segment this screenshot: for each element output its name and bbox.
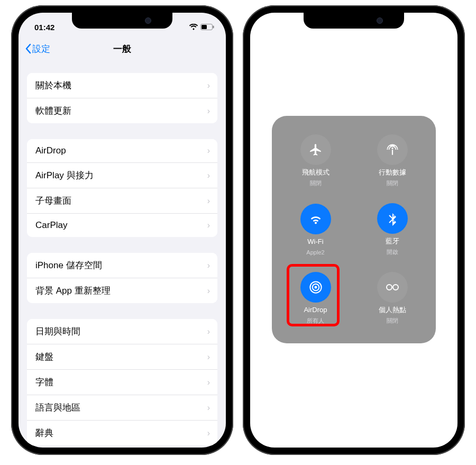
row-bg-refresh[interactable]: 背景 App 重新整理› [27, 278, 217, 303]
cc-label: 藍牙 [386, 237, 399, 245]
back-button[interactable]: 設定 [25, 43, 50, 55]
settings-group: iPhone 儲存空間› 背景 App 重新整理› [27, 253, 217, 303]
row-label: 日期與時間 [35, 325, 80, 338]
row-label: iPhone 儲存空間 [35, 259, 102, 271]
row-label: 字體 [35, 376, 53, 388]
cc-sublabel: Apple2 [306, 249, 324, 256]
settings-group: AirDrop› AirPlay 與接力› 子母畫面› CarPlay› [27, 139, 217, 237]
settings-group: 關於本機› 軟體更新› [27, 73, 217, 123]
row-label: 鍵盤 [35, 351, 53, 363]
svg-rect-1 [202, 25, 207, 29]
row-language[interactable]: 語言與地區› [27, 395, 217, 421]
cc-bluetooth[interactable]: 藍牙 開啟 [354, 195, 431, 264]
chevron-right-icon: › [207, 327, 210, 336]
svg-point-3 [314, 286, 317, 288]
row-fonts[interactable]: 字體› [27, 370, 217, 395]
phone-mockup-control-center: 飛航模式 關閉 行動數據 關閉 Wi-Fi Apple2 [243, 5, 465, 455]
row-datetime[interactable]: 日期與時間› [27, 319, 217, 344]
status-time: 01:42 [34, 23, 54, 32]
cc-sublabel: 所有人 [307, 317, 324, 325]
svg-point-7 [393, 285, 398, 290]
wifi-icon [189, 24, 198, 30]
chevron-right-icon: › [207, 286, 210, 296]
row-software-update[interactable]: 軟體更新› [27, 98, 217, 123]
cc-label: 行動數據 [379, 168, 406, 177]
settings-group: 日期與時間› 鍵盤› 字體› 語言與地區› 辭典› [27, 319, 217, 445]
cc-sublabel: 關閉 [387, 179, 398, 187]
notch [304, 13, 404, 29]
airdrop-icon [300, 272, 331, 303]
chevron-right-icon: › [207, 221, 210, 230]
cc-label: 飛航模式 [302, 168, 329, 177]
nav-header: 設定 一般 [19, 36, 226, 61]
chevron-right-icon: › [207, 403, 210, 413]
row-airdrop[interactable]: AirDrop› [27, 139, 217, 163]
chevron-left-icon [25, 43, 31, 54]
chevron-right-icon: › [207, 81, 210, 90]
cc-wifi[interactable]: Wi-Fi Apple2 [277, 195, 354, 264]
chevron-right-icon: › [207, 428, 210, 438]
cc-sublabel: 開啟 [387, 248, 398, 256]
back-label: 設定 [32, 43, 50, 55]
settings-list: 關於本機› 軟體更新› AirDrop› AirPlay 與接力› 子母畫面› … [19, 73, 226, 445]
row-keyboard[interactable]: 鍵盤› [27, 344, 217, 370]
row-label: 軟體更新 [35, 105, 71, 117]
row-about[interactable]: 關於本機› [27, 73, 217, 98]
row-label: 辭典 [35, 427, 53, 439]
row-label: 語言與地區 [35, 402, 80, 414]
cc-sublabel: 關閉 [310, 179, 322, 187]
battery-icon [200, 24, 214, 30]
row-label: CarPlay [35, 220, 67, 231]
svg-point-6 [387, 285, 392, 290]
row-dictionary[interactable]: 辭典› [27, 421, 217, 445]
row-pip[interactable]: 子母畫面› [27, 188, 217, 214]
chevron-right-icon: › [207, 171, 210, 180]
chevron-right-icon: › [207, 196, 210, 206]
row-airplay[interactable]: AirPlay 與接力› [27, 163, 217, 188]
row-carplay[interactable]: CarPlay› [27, 214, 217, 237]
airplane-icon [300, 134, 331, 165]
cc-label: 個人熱點 [379, 306, 406, 314]
chevron-right-icon: › [207, 106, 210, 116]
chevron-right-icon: › [207, 146, 210, 156]
chevron-right-icon: › [207, 378, 210, 387]
row-label: AirPlay 與接力 [35, 169, 94, 181]
chevron-right-icon: › [207, 352, 210, 362]
cc-sublabel: 關閉 [387, 317, 398, 325]
cc-label: Wi-Fi [307, 238, 323, 246]
notch [72, 13, 172, 29]
cc-hotspot[interactable]: 個人熱點 關閉 [354, 264, 431, 333]
cc-cellular[interactable]: 行動數據 關閉 [354, 126, 431, 195]
control-center-panel: 飛航模式 關閉 行動數據 關閉 Wi-Fi Apple2 [272, 116, 436, 343]
cellular-icon [377, 134, 408, 165]
cc-airplane[interactable]: 飛航模式 關閉 [277, 126, 354, 195]
bluetooth-icon [377, 203, 408, 234]
svg-rect-2 [213, 26, 214, 29]
row-storage[interactable]: iPhone 儲存空間› [27, 253, 217, 278]
phone-mockup-settings: 01:42 設定 一般 關於本機› 軟體更新› AirDrop› AirPlay… [11, 5, 233, 455]
hotspot-icon [377, 272, 408, 303]
cc-label: AirDrop [304, 306, 327, 314]
chevron-right-icon: › [207, 261, 210, 270]
row-label: AirDrop [35, 145, 66, 156]
row-label: 背景 App 重新整理 [35, 285, 111, 297]
row-label: 關於本機 [35, 79, 71, 92]
wifi-icon [300, 204, 331, 234]
row-label: 子母畫面 [35, 195, 71, 207]
status-indicators [189, 24, 214, 30]
cc-airdrop[interactable]: AirDrop 所有人 [277, 264, 354, 333]
